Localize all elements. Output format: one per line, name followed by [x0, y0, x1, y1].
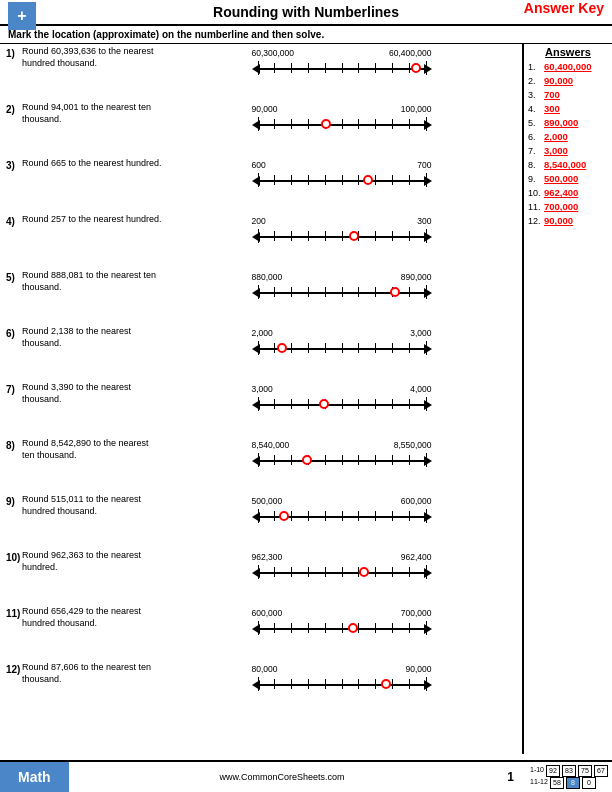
- nl-tick: [325, 623, 326, 633]
- nl-tick: [342, 231, 343, 241]
- numberline-area: 600,000700,000: [167, 606, 516, 638]
- footer-page: 1: [495, 770, 526, 784]
- question-row: 12)Round 87,606 to the nearest ten thous…: [6, 662, 516, 714]
- question-text: Round 257 to the nearest hundred.: [22, 214, 167, 226]
- numberline-labels: 880,000890,000: [252, 272, 432, 282]
- answer-item: 4.300: [528, 103, 608, 114]
- nl-tick: [325, 231, 326, 241]
- nl-tick: [392, 511, 393, 521]
- numberline-area: 2,0003,000: [167, 326, 516, 358]
- nl-right-label: 700,000: [401, 608, 432, 618]
- nl-tick: [308, 175, 309, 185]
- answer-value: 700: [544, 89, 560, 100]
- nl-tick: [392, 567, 393, 577]
- nl-right-label: 3,000: [410, 328, 431, 338]
- nl-tick: [426, 173, 427, 187]
- answer-number: 3.: [528, 90, 544, 100]
- nl-left-label: 90,000: [252, 104, 278, 114]
- numberline-labels: 80,00090,000: [252, 664, 432, 674]
- numberline: [252, 60, 432, 78]
- nl-dot-marker: [302, 455, 312, 465]
- nl-tick: [409, 623, 410, 633]
- numberline-labels: 962,300962,400: [252, 552, 432, 562]
- nl-tick: [342, 175, 343, 185]
- answer-value: 90,000: [544, 215, 573, 226]
- nl-tick: [274, 287, 275, 297]
- answer-number: 12.: [528, 216, 544, 226]
- nl-tick: [325, 511, 326, 521]
- numberline: [252, 620, 432, 638]
- nl-right-label: 90,000: [406, 664, 432, 674]
- answer-value: 8,540,000: [544, 159, 586, 170]
- nl-tick: [308, 231, 309, 241]
- nl-dot-marker: [381, 679, 391, 689]
- nl-tick: [409, 567, 410, 577]
- question-text: Round 60,393,636 to the nearest hundred …: [22, 46, 167, 69]
- nl-tick: [392, 231, 393, 241]
- answer-number: 11.: [528, 202, 544, 212]
- nl-tick: [258, 173, 259, 187]
- nl-tick: [426, 621, 427, 635]
- question-row: 7)Round 3,390 to the nearest thousand.3,…: [6, 382, 516, 434]
- nl-tick: [409, 343, 410, 353]
- nl-tick: [375, 567, 376, 577]
- nl-left-label: 3,000: [252, 384, 273, 394]
- numberline-area: 880,000890,000: [167, 270, 516, 302]
- question-row: 10)Round 962,363 to the nearest hundred.…: [6, 550, 516, 602]
- nl-tick: [342, 567, 343, 577]
- question-number: 5): [6, 270, 22, 283]
- nl-tick: [342, 623, 343, 633]
- nl-tick: [426, 285, 427, 299]
- question-text: Round 665 to the nearest hundred.: [22, 158, 167, 170]
- nl-left-label: 600,000: [252, 608, 283, 618]
- nl-tick: [274, 231, 275, 241]
- nl-tick: [308, 679, 309, 689]
- numberline: [252, 284, 432, 302]
- question-number: 7): [6, 382, 22, 395]
- nl-tick: [274, 455, 275, 465]
- question-row: 6)Round 2,138 to the nearest thousand.2,…: [6, 326, 516, 378]
- answer-item: 12.90,000: [528, 215, 608, 226]
- question-text: Round 2,138 to the nearest thousand.: [22, 326, 167, 349]
- nl-tick: [258, 229, 259, 243]
- nl-tick: [308, 567, 309, 577]
- question-row: 5)Round 888,081 to the nearest ten thous…: [6, 270, 516, 322]
- numberline-area: 80,00090,000: [167, 662, 516, 694]
- instructions: Mark the location (approximate) on the n…: [0, 26, 612, 44]
- numberline: [252, 172, 432, 190]
- numberline: [252, 340, 432, 358]
- nl-dot-marker: [349, 231, 359, 241]
- nl-tick: [375, 679, 376, 689]
- answer-number: 4.: [528, 104, 544, 114]
- answer-number: 2.: [528, 76, 544, 86]
- nl-tick: [274, 399, 275, 409]
- nl-tick: [274, 175, 275, 185]
- question-text: Round 656,429 to the nearest hundred tho…: [22, 606, 167, 629]
- nl-tick: [258, 341, 259, 355]
- nl-dot-marker: [411, 63, 421, 73]
- nl-left-label: 880,000: [252, 272, 283, 282]
- nl-tick: [409, 399, 410, 409]
- nl-tick: [258, 453, 259, 467]
- answer-item: 2.90,000: [528, 75, 608, 86]
- nl-tick: [291, 399, 292, 409]
- nl-tick: [258, 509, 259, 523]
- footer-scores: 1-10 92 83 75 67 11-12 58 8 0: [526, 763, 612, 791]
- nl-tick: [392, 679, 393, 689]
- nl-right-label: 4,000: [410, 384, 431, 394]
- nl-tick: [426, 117, 427, 131]
- nl-tick: [375, 623, 376, 633]
- nl-tick: [409, 175, 410, 185]
- answer-item: 8.8,540,000: [528, 159, 608, 170]
- question-text: Round 962,363 to the nearest hundred.: [22, 550, 167, 573]
- answer-item: 10.962,400: [528, 187, 608, 198]
- question-text: Round 515,011 to the nearest hundred tho…: [22, 494, 167, 517]
- answer-number: 7.: [528, 146, 544, 156]
- nl-tick: [375, 399, 376, 409]
- nl-tick: [375, 63, 376, 73]
- nl-tick: [291, 343, 292, 353]
- answer-number: 10.: [528, 188, 544, 198]
- question-text: Round 94,001 to the nearest ten thousand…: [22, 102, 167, 125]
- question-row: 8)Round 8,542,890 to the nearest ten tho…: [6, 438, 516, 490]
- nl-tick: [375, 231, 376, 241]
